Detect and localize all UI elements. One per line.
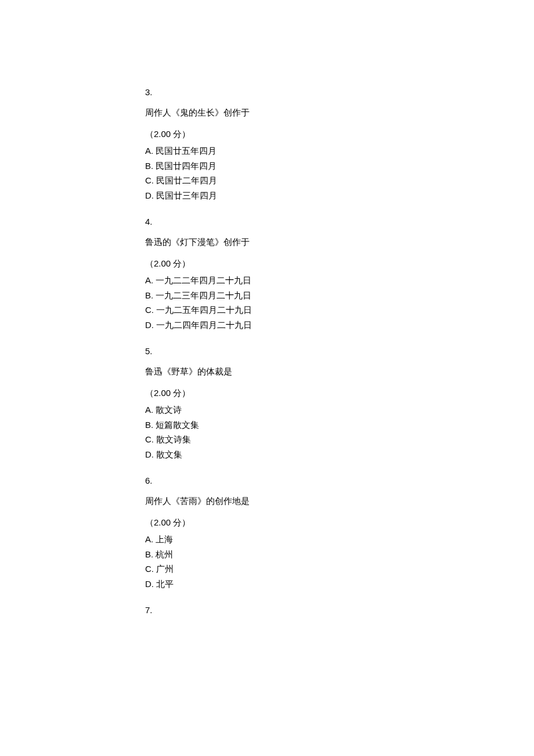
question-option: A. 民国廿五年四月 (145, 143, 534, 159)
option-letter: C. (145, 175, 154, 185)
question-points: （2.00 分） (145, 129, 534, 140)
option-text: 散文集 (156, 449, 182, 459)
option-letter: B. (145, 420, 153, 430)
question-option: B. 民国廿四年四月 (145, 159, 534, 174)
question-number: 7. (145, 605, 534, 615)
option-text: 民国廿三年四月 (156, 190, 217, 200)
option-text: 上海 (156, 534, 173, 544)
question-option: D. 民国廿三年四月 (145, 188, 534, 203)
option-text: 北平 (156, 579, 174, 589)
option-letter: A. (145, 146, 153, 156)
option-letter: B. (145, 161, 153, 171)
question-option: A. 散文诗 (145, 402, 534, 417)
question-stem: 鲁迅《野草》的体裁是 (145, 366, 534, 377)
option-letter: C. (145, 564, 154, 574)
question-option: B. 一九二三年四月二十九日 (145, 288, 534, 303)
option-letter: A. (145, 405, 153, 415)
question: 4.鲁迅的《灯下漫笔》创作于（2.00 分）A. 一九二二年四月二十九日B. 一… (145, 217, 534, 332)
question: 7. (145, 605, 534, 615)
option-letter: D. (145, 579, 154, 589)
question-points: （2.00 分） (145, 258, 534, 269)
option-letter: C. (145, 305, 154, 315)
question-list: 3.周作人《鬼的生长》创作于（2.00 分）A. 民国廿五年四月B. 民国廿四年… (145, 87, 534, 615)
question-stem: 周作人《苦雨》的创作地是 (145, 496, 534, 507)
option-text: 散文诗集 (156, 434, 191, 444)
question-option: A. 上海 (145, 532, 534, 547)
question-option: B. 短篇散文集 (145, 417, 534, 433)
option-text: 民国廿五年四月 (156, 146, 217, 156)
question-stem: 周作人《鬼的生长》创作于 (145, 107, 534, 118)
question-points: （2.00 分） (145, 388, 534, 399)
question-option: B. 杭州 (145, 547, 534, 562)
option-text: 一九二二年四月二十九日 (156, 275, 251, 285)
question-option: D. 散文集 (145, 447, 534, 462)
question-number: 4. (145, 217, 534, 226)
question-number: 6. (145, 476, 534, 485)
question-option: D. 北平 (145, 577, 534, 592)
question-option: A. 一九二二年四月二十九日 (145, 273, 534, 288)
option-text: 短篇散文集 (156, 420, 199, 430)
option-letter: D. (145, 449, 154, 459)
option-letter: B. (145, 290, 153, 300)
option-text: 杭州 (156, 549, 173, 559)
question-stem: 鲁迅的《灯下漫笔》创作于 (145, 237, 534, 248)
option-letter: B. (145, 549, 153, 559)
question-option: C. 民国廿二年四月 (145, 173, 534, 188)
question: 5.鲁迅《野草》的体裁是（2.00 分）A. 散文诗B. 短篇散文集C. 散文诗… (145, 346, 534, 462)
option-text: 民国廿二年四月 (156, 175, 217, 185)
option-text: 一九二三年四月二十九日 (156, 290, 251, 300)
option-letter: D. (145, 190, 154, 200)
option-text: 一九二四年四月二十九日 (156, 320, 252, 330)
question-number: 3. (145, 87, 534, 97)
question-number: 5. (145, 346, 534, 356)
option-letter: A. (145, 534, 153, 544)
question-option: C. 广州 (145, 561, 534, 577)
option-letter: A. (145, 275, 153, 285)
option-letter: D. (145, 320, 154, 330)
question: 6.周作人《苦雨》的创作地是（2.00 分）A. 上海B. 杭州C. 广州D. … (145, 476, 534, 591)
option-text: 民国廿四年四月 (156, 161, 217, 171)
question-option: C. 散文诗集 (145, 432, 534, 447)
option-text: 散文诗 (156, 405, 182, 415)
question: 3.周作人《鬼的生长》创作于（2.00 分）A. 民国廿五年四月B. 民国廿四年… (145, 87, 534, 203)
option-text: 一九二五年四月二十九日 (156, 305, 252, 315)
question-points: （2.00 分） (145, 517, 534, 528)
question-option: D. 一九二四年四月二十九日 (145, 318, 534, 333)
option-text: 广州 (156, 564, 174, 574)
question-option: C. 一九二五年四月二十九日 (145, 303, 534, 318)
option-letter: C. (145, 434, 154, 444)
